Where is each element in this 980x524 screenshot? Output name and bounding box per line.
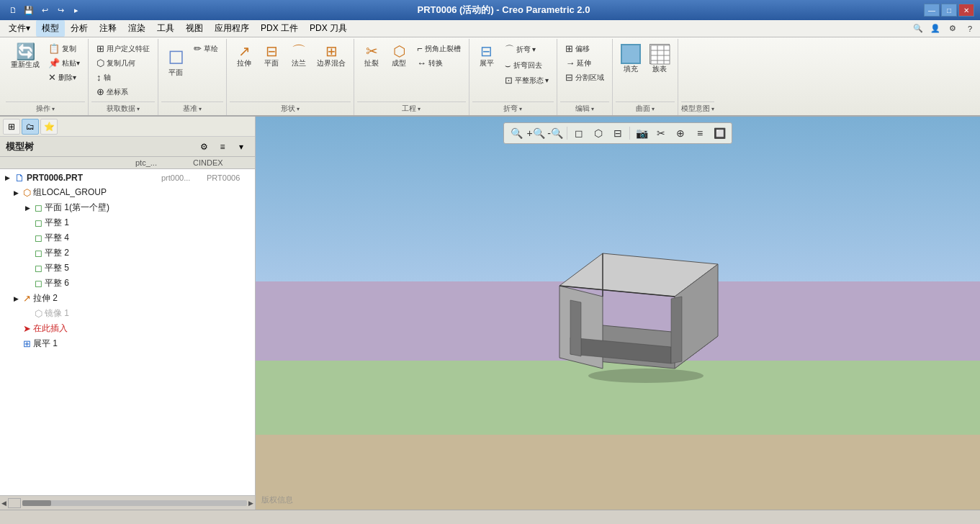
flange-btn[interactable]: ⌒ 法兰 [286,42,312,70]
menu-annotation[interactable]: 注释 [94,20,122,37]
zoom-out-btn[interactable]: -🔍 [546,125,565,142]
hidden-line-btn[interactable]: ⊟ [608,125,627,142]
fill-btn[interactable]: 填充 [617,42,644,76]
model-tree[interactable]: ▶ 🗋 PRT0006.PRT prt000... PRT0006 ▶ ⬡ 组L… [0,169,255,495]
bend-back-btn[interactable]: ⌣折弯回去 [501,58,553,73]
undo-btn[interactable]: ↩ [37,3,52,17]
paste-btn[interactable]: 📌粘贴▾ [45,56,84,70]
camera-btn[interactable]: 📷 [632,125,651,142]
ribbon-group-bend: ⊟ 展平 ⌒折弯 ▾ ⌣折弯回去 ⊡平整形态 ▾ 折弯 ▾ [469,39,558,115]
corner-relief-btn[interactable]: ⌐拐角止裂槽 [413,42,464,55]
menu-tools[interactable]: 工具 [151,20,180,37]
axis-btn[interactable]: ↕轴 [93,71,153,84]
menu-pdx-parts[interactable]: PDX 工件 [255,20,304,37]
ribbon-group-operations: 🔄 重新生成 📋复制 📌粘贴▾ ✕删除▾ 操作 ▾ [3,39,89,115]
ribbon: 🔄 重新生成 📋复制 📌粘贴▾ ✕删除▾ 操作 ▾ ⊞用户定义特征 [0,37,980,117]
wireframe-btn[interactable]: ◻ [570,125,588,142]
menu-file[interactable]: 文件▾ [3,20,36,37]
ribbon-group-datum: ◻ 平面 ✏草绘 基准 ▾ [158,39,227,115]
regenerate-btn[interactable]: 🔄 重新生成 [7,42,43,71]
sketch-btn[interactable]: ✏草绘 [190,42,222,55]
menu-analysis[interactable]: 分析 [65,20,94,37]
boundary-blend-btn[interactable]: ⊞ 边界混合 [313,42,349,70]
scroll-left-arrow[interactable]: ◀ [1,500,6,507]
search-help-btn[interactable]: 🔍 [911,22,925,36]
menu-model[interactable]: 模型 [36,20,65,37]
convert-btn[interactable]: ↔转换 [413,56,464,70]
ribbon-group-surface: 填充 族表 曲面 ▾ [613,39,678,115]
tree-item-label: 平整 5 [45,262,69,274]
tree-display-btn[interactable]: ≡ [215,139,230,155]
extrude-btn[interactable]: ↗ 拉伸 [231,42,257,70]
tear-btn[interactable]: ✂ 扯裂 [359,42,385,70]
form-btn[interactable]: ⬡ 成型 [386,42,412,70]
help-btn[interactable]: ? [963,22,977,36]
viewport[interactable]: 🔍 +🔍 -🔍 ◻ ⬡ ⊟ 📷 ✂ ⊕ ≡ 🔲 版权信息 [256,117,980,510]
tree-expand-icon: ▶ [14,189,21,196]
tree-item-unfold1[interactable]: ⊞ 展平 1 [1,336,253,351]
family-table-btn[interactable]: 族表 [646,42,673,76]
settings-btn[interactable]: ⚙ [945,22,960,36]
section-btn[interactable]: ✂ [652,125,670,142]
tree-item-extrude2[interactable]: ▶ ↗ 拉伸 2 [1,291,253,306]
menu-pdx-blades[interactable]: PDX 刀具 [304,20,353,37]
flat-form-btn[interactable]: ⊡平整形态 ▾ [501,73,553,87]
scroll-right-arrow[interactable]: ▶ [248,500,253,507]
display-btn[interactable]: ≡ [691,125,709,142]
redo-btn[interactable]: ↪ [53,3,68,17]
sidebar-icon-tree[interactable]: 🗂 [22,119,39,135]
profile-btn[interactable]: 👤 [928,22,943,36]
close-btn[interactable]: ✕ [958,4,974,17]
tree-item-flat5[interactable]: ◻ 平整 5 [1,261,253,276]
tree-item-insert-here[interactable]: ➤ 在此插入 [1,321,253,336]
bend-btn[interactable]: ⌒折弯 ▾ [501,42,553,58]
orient-btn[interactable]: ⊕ [671,125,690,142]
customize-btn[interactable]: ▸ [69,3,84,17]
scroll-prev-btn[interactable] [8,498,21,508]
tree-item-plane1[interactable]: ▶ ◻ 平面 1(第一个壁) [1,200,253,215]
menu-apps[interactable]: 应用程序 [209,20,255,37]
menu-view[interactable]: 视图 [180,20,209,37]
save-btn[interactable]: 💾 [22,3,36,17]
user-defined-feature-btn[interactable]: ⊞用户定义特征 [93,42,153,55]
tree-item-label: 组LOCAL_GROUP [33,186,107,199]
tree-item-flat6[interactable]: ◻ 平整 6 [1,276,253,291]
family-table-icon [649,44,670,64]
extend-btn[interactable]: →延伸 [562,56,608,70]
shaded-btn[interactable]: ⬡ [589,125,608,142]
offset-btn[interactable]: ⊞偏移 [562,42,608,55]
coord-btn[interactable]: ⊕坐标系 [93,85,153,99]
flat-btn[interactable]: ⊟ 平面 [259,42,284,70]
tree-item-mirror1[interactable]: ⬡ 镜像 1 [1,306,253,321]
zoom-window-btn[interactable]: 🔍 [507,125,526,142]
flatten-btn[interactable]: ⊟ 展平 [474,42,500,70]
scroll-thumb[interactable] [22,500,51,506]
viewport-tan [256,435,980,510]
maximize-btn[interactable]: □ [941,4,957,17]
copy-btn[interactable]: 📋复制 [45,42,84,55]
minimize-btn[interactable]: — [924,4,940,17]
menu-render[interactable]: 渲染 [122,20,151,37]
tree-settings-btn[interactable]: ⚙ [196,139,212,155]
sidebar-icon-grid[interactable]: ⊞ [3,119,20,135]
copy-geometry-btn[interactable]: ⬡复制几何 [93,56,153,70]
sidebar-icon-star[interactable]: ⭐ [40,119,58,135]
plane-datum-btn[interactable]: ◻ 平面 [163,42,189,79]
tree-item-flat4[interactable]: ◻ 平整 4 [1,230,253,245]
tree-expand-icon [25,265,32,272]
tree-item-prt0006[interactable]: ▶ 🗋 PRT0006.PRT prt000... PRT0006 [1,171,253,185]
layer-btn[interactable]: 🔲 [710,125,729,142]
tree-item-local-group[interactable]: ▶ ⬡ 组LOCAL_GROUP [1,185,253,200]
tree-item-label: 平整 1 [45,217,69,229]
paste-icon: 📌 [48,58,60,68]
tree-item-icon-unfold: ⊞ [23,338,31,349]
new-btn[interactable]: 🗋 [6,3,20,17]
status-bar [0,510,980,524]
delete-btn[interactable]: ✕删除▾ [45,71,84,84]
zoom-in-btn[interactable]: +🔍 [526,125,545,142]
tree-item-flat1[interactable]: ◻ 平整 1 [1,215,253,230]
tree-expand-icon [25,250,32,257]
tree-item-flat2[interactable]: ◻ 平整 2 [1,245,253,261]
tree-more-btn[interactable]: ▾ [233,139,249,155]
split-area-btn[interactable]: ⊟分割区域 [562,71,608,84]
